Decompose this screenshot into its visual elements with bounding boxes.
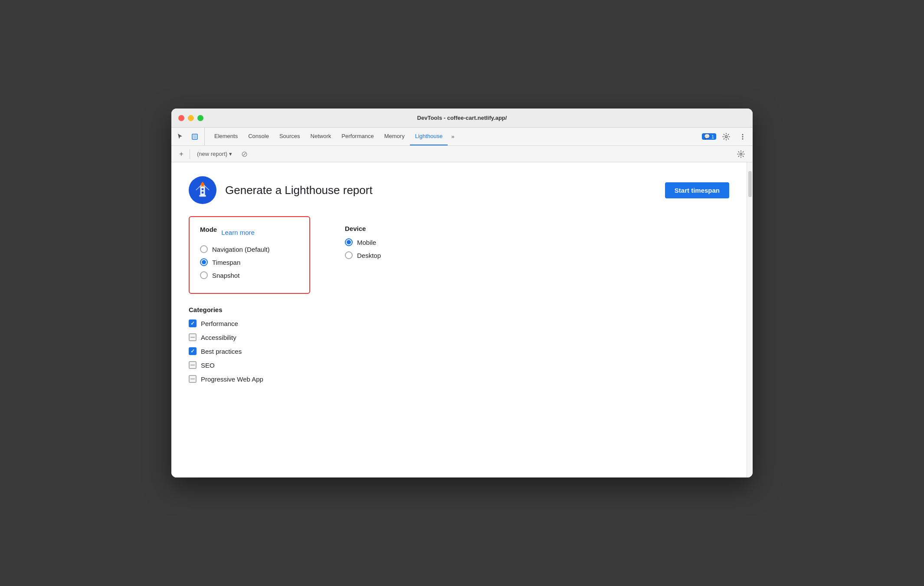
- learn-more-link[interactable]: Learn more: [221, 229, 255, 236]
- new-report-plus[interactable]: +: [177, 149, 186, 159]
- report-bar: + (new report) ▾ ⊘: [171, 146, 753, 162]
- category-best-practices[interactable]: ✓ Best practices: [189, 347, 729, 355]
- category-pwa-checkbox[interactable]: [189, 375, 197, 383]
- mode-snapshot-label: Snapshot: [212, 272, 239, 279]
- mode-navigation-label: Navigation (Default): [212, 246, 270, 253]
- tab-sources[interactable]: Sources: [274, 128, 305, 145]
- device-desktop-label: Desktop: [357, 252, 381, 259]
- svg-rect-13: [202, 191, 203, 193]
- report-selector[interactable]: (new report) ▾: [193, 149, 236, 158]
- category-best-practices-checkbox[interactable]: ✓: [189, 347, 197, 355]
- lighthouse-header: Generate a Lighthouse report Start times…: [189, 176, 729, 204]
- report-bar-divider: [190, 149, 190, 159]
- device-mobile-dot: [347, 240, 351, 244]
- start-timespan-button[interactable]: Start timespan: [665, 182, 729, 198]
- categories-title: Categories: [189, 306, 729, 313]
- options-container: Mode Learn more Navigation (Default) Tim…: [189, 216, 729, 294]
- device-mobile-label: Mobile: [357, 239, 376, 246]
- categories-list: ✓ Performance Accessibility: [189, 319, 729, 383]
- cursor-icon[interactable]: [175, 132, 185, 142]
- category-best-practices-label: Best practices: [201, 348, 242, 355]
- category-accessibility-label: Accessibility: [201, 334, 236, 341]
- device-desktop-radio[interactable]: [345, 251, 353, 259]
- report-settings-icon[interactable]: [734, 148, 747, 160]
- category-performance-checkbox[interactable]: ✓: [189, 319, 197, 327]
- feedback-badge[interactable]: 💬 1: [702, 133, 716, 140]
- svg-point-3: [742, 134, 744, 135]
- mode-title-row: Mode Learn more: [200, 226, 299, 239]
- scrollbar-thumb[interactable]: [748, 171, 752, 197]
- svg-point-6: [740, 153, 742, 155]
- tab-memory[interactable]: Memory: [379, 128, 410, 145]
- mode-section: Mode Learn more Navigation (Default) Tim…: [189, 216, 310, 294]
- devtools-toolbar: [175, 128, 205, 145]
- devtools-window: DevTools - coffee-cart.netlify.app/ Elem…: [171, 109, 753, 477]
- category-seo-checkbox[interactable]: [189, 361, 197, 369]
- mode-timespan-radio[interactable]: [200, 258, 208, 266]
- mode-timespan-label: Timespan: [212, 259, 240, 266]
- svg-point-4: [742, 136, 744, 137]
- maximize-button[interactable]: [197, 115, 203, 121]
- tab-more-button[interactable]: »: [448, 128, 458, 145]
- mode-snapshot-radio[interactable]: [200, 271, 208, 279]
- inspect-icon[interactable]: [190, 132, 200, 142]
- svg-point-5: [742, 138, 744, 139]
- svg-rect-12: [202, 188, 203, 190]
- lighthouse-header-left: Generate a Lighthouse report: [189, 176, 373, 204]
- mode-timespan-option[interactable]: Timespan: [200, 258, 299, 266]
- svg-point-14: [201, 183, 204, 186]
- category-performance-label: Performance: [201, 320, 238, 327]
- minimize-button[interactable]: [188, 115, 194, 121]
- tab-performance[interactable]: Performance: [336, 128, 379, 145]
- device-section: Device Mobile Desktop: [345, 216, 432, 294]
- main-area: Generate a Lighthouse report Start times…: [171, 162, 753, 477]
- category-seo-label: SEO: [201, 362, 215, 369]
- device-desktop-option[interactable]: Desktop: [345, 251, 432, 259]
- tab-elements[interactable]: Elements: [209, 128, 243, 145]
- close-button[interactable]: [178, 115, 184, 121]
- page-title: Generate a Lighthouse report: [225, 184, 373, 197]
- more-options-icon[interactable]: [736, 131, 749, 142]
- mode-snapshot-option[interactable]: Snapshot: [200, 271, 299, 279]
- category-accessibility[interactable]: Accessibility: [189, 333, 729, 341]
- settings-icon[interactable]: [720, 131, 733, 142]
- title-bar: DevTools - coffee-cart.netlify.app/: [171, 109, 753, 128]
- mode-title: Mode: [200, 226, 217, 233]
- window-title: DevTools - coffee-cart.netlify.app/: [417, 115, 507, 121]
- category-pwa-label: Progressive Web App: [201, 375, 263, 383]
- category-seo[interactable]: SEO: [189, 361, 729, 369]
- category-accessibility-checkbox[interactable]: [189, 333, 197, 341]
- mode-timespan-dot: [202, 260, 206, 264]
- device-mobile-option[interactable]: Mobile: [345, 238, 432, 246]
- tab-network[interactable]: Network: [305, 128, 337, 145]
- scrollbar-track[interactable]: [747, 162, 753, 477]
- device-title: Device: [345, 225, 432, 232]
- mode-navigation-option[interactable]: Navigation (Default): [200, 245, 299, 253]
- tab-lighthouse[interactable]: Lighthouse: [410, 128, 448, 145]
- category-pwa[interactable]: Progressive Web App: [189, 375, 729, 383]
- category-performance[interactable]: ✓ Performance: [189, 319, 729, 327]
- main-content: Generate a Lighthouse report Start times…: [171, 162, 747, 477]
- categories-section: Categories ✓ Performance Acc: [189, 306, 729, 383]
- cancel-report-icon[interactable]: ⊘: [239, 149, 249, 159]
- traffic-lights: [178, 115, 203, 121]
- svg-rect-8: [199, 195, 206, 197]
- svg-rect-1: [193, 135, 197, 138]
- tab-bar-right: 💬 1: [702, 128, 749, 145]
- svg-rect-7: [200, 186, 205, 196]
- mode-navigation-radio[interactable]: [200, 245, 208, 253]
- tab-bar: Elements Console Sources Network Perform…: [171, 128, 753, 146]
- svg-point-2: [725, 135, 727, 138]
- device-mobile-radio[interactable]: [345, 238, 353, 246]
- tab-console[interactable]: Console: [243, 128, 274, 145]
- report-bar-settings: [734, 148, 747, 160]
- lighthouse-logo: [189, 176, 216, 204]
